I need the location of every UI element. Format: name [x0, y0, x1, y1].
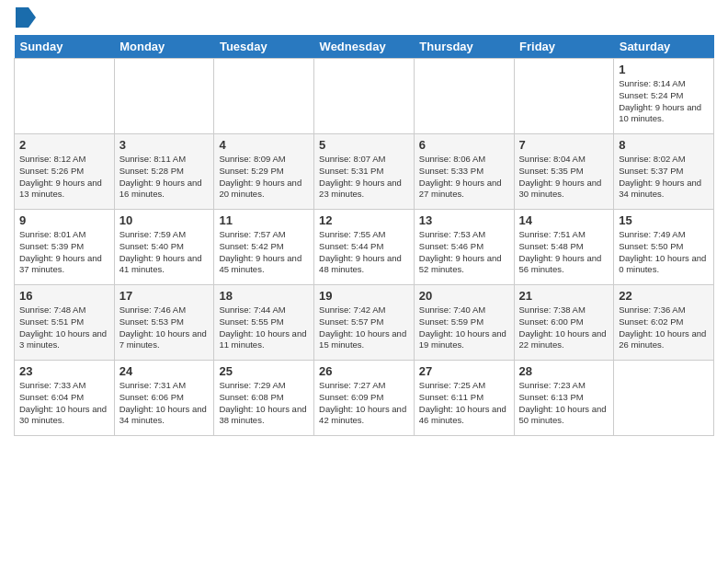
- day-info: Sunrise: 7:46 AM Sunset: 5:53 PM Dayligh…: [119, 304, 210, 351]
- week-row-3: 16Sunrise: 7:48 AM Sunset: 5:51 PM Dayli…: [15, 285, 714, 361]
- day-number: 12: [319, 213, 409, 227]
- day-cell: 3Sunrise: 8:11 AM Sunset: 5:28 PM Daylig…: [114, 134, 214, 210]
- day-info: Sunrise: 7:23 AM Sunset: 6:13 PM Dayligh…: [519, 380, 609, 427]
- calendar-header-row: SundayMondayTuesdayWednesdayThursdayFrid…: [15, 35, 714, 59]
- day-cell: 1Sunrise: 8:14 AM Sunset: 5:24 PM Daylig…: [614, 59, 714, 134]
- day-header-saturday: Saturday: [614, 35, 714, 59]
- day-cell: 13Sunrise: 7:53 AM Sunset: 5:46 PM Dayli…: [414, 210, 514, 285]
- day-number: 17: [119, 289, 210, 303]
- day-cell: 9Sunrise: 8:01 AM Sunset: 5:39 PM Daylig…: [15, 210, 115, 285]
- day-number: 1: [619, 63, 709, 76]
- day-info: Sunrise: 8:02 AM Sunset: 5:37 PM Dayligh…: [619, 154, 709, 201]
- svg-marker-0: [16, 7, 36, 28]
- day-number: 18: [219, 289, 309, 303]
- day-number: 15: [619, 213, 709, 227]
- day-info: Sunrise: 8:11 AM Sunset: 5:28 PM Dayligh…: [119, 154, 210, 201]
- day-info: Sunrise: 7:48 AM Sunset: 5:51 PM Dayligh…: [19, 304, 109, 351]
- day-header-tuesday: Tuesday: [214, 35, 314, 59]
- day-info: Sunrise: 7:33 AM Sunset: 6:04 PM Dayligh…: [19, 380, 109, 427]
- logo-icon: [16, 7, 36, 28]
- calendar-table: SundayMondayTuesdayWednesdayThursdayFrid…: [14, 35, 714, 436]
- day-cell: 19Sunrise: 7:42 AM Sunset: 5:57 PM Dayli…: [314, 285, 415, 361]
- day-cell: [214, 59, 314, 134]
- week-row-1: 2Sunrise: 8:12 AM Sunset: 5:26 PM Daylig…: [15, 134, 714, 210]
- day-number: 25: [219, 364, 309, 378]
- day-info: Sunrise: 7:36 AM Sunset: 6:02 PM Dayligh…: [619, 304, 709, 351]
- day-cell: 26Sunrise: 7:27 AM Sunset: 6:09 PM Dayli…: [314, 361, 415, 436]
- day-info: Sunrise: 7:57 AM Sunset: 5:42 PM Dayligh…: [219, 229, 309, 276]
- week-row-4: 23Sunrise: 7:33 AM Sunset: 6:04 PM Dayli…: [15, 361, 714, 436]
- day-info: Sunrise: 8:14 AM Sunset: 5:24 PM Dayligh…: [619, 78, 709, 125]
- day-info: Sunrise: 7:49 AM Sunset: 5:50 PM Dayligh…: [619, 229, 709, 276]
- day-info: Sunrise: 7:29 AM Sunset: 6:08 PM Dayligh…: [219, 380, 309, 427]
- day-number: 16: [19, 289, 109, 303]
- day-number: 27: [419, 364, 509, 378]
- day-cell: 12Sunrise: 7:55 AM Sunset: 5:44 PM Dayli…: [314, 210, 415, 285]
- day-cell: 7Sunrise: 8:04 AM Sunset: 5:35 PM Daylig…: [514, 134, 614, 210]
- day-info: Sunrise: 8:04 AM Sunset: 5:35 PM Dayligh…: [519, 154, 609, 201]
- day-info: Sunrise: 7:40 AM Sunset: 5:59 PM Dayligh…: [419, 304, 509, 351]
- day-cell: 23Sunrise: 7:33 AM Sunset: 6:04 PM Dayli…: [15, 361, 115, 436]
- day-info: Sunrise: 7:53 AM Sunset: 5:46 PM Dayligh…: [419, 229, 509, 276]
- day-cell: [614, 361, 714, 436]
- day-info: Sunrise: 7:38 AM Sunset: 6:00 PM Dayligh…: [519, 304, 609, 351]
- day-info: Sunrise: 7:25 AM Sunset: 6:11 PM Dayligh…: [419, 380, 509, 427]
- header: [14, 9, 714, 28]
- day-cell: [414, 59, 514, 134]
- day-cell: [314, 59, 415, 134]
- day-cell: [114, 59, 214, 134]
- logo: [14, 9, 36, 28]
- day-info: Sunrise: 7:44 AM Sunset: 5:55 PM Dayligh…: [219, 304, 309, 351]
- day-header-sunday: Sunday: [15, 35, 115, 59]
- day-number: 2: [19, 138, 109, 152]
- week-row-2: 9Sunrise: 8:01 AM Sunset: 5:39 PM Daylig…: [15, 210, 714, 285]
- day-cell: 8Sunrise: 8:02 AM Sunset: 5:37 PM Daylig…: [614, 134, 714, 210]
- day-header-monday: Monday: [114, 35, 214, 59]
- day-info: Sunrise: 7:55 AM Sunset: 5:44 PM Dayligh…: [319, 229, 409, 276]
- day-info: Sunrise: 7:42 AM Sunset: 5:57 PM Dayligh…: [319, 304, 409, 351]
- day-cell: 2Sunrise: 8:12 AM Sunset: 5:26 PM Daylig…: [15, 134, 115, 210]
- day-number: 8: [619, 138, 709, 152]
- day-cell: 28Sunrise: 7:23 AM Sunset: 6:13 PM Dayli…: [514, 361, 614, 436]
- day-info: Sunrise: 8:06 AM Sunset: 5:33 PM Dayligh…: [419, 154, 509, 201]
- day-number: 28: [519, 364, 609, 378]
- day-info: Sunrise: 7:27 AM Sunset: 6:09 PM Dayligh…: [319, 380, 409, 427]
- day-number: 26: [319, 364, 409, 378]
- day-info: Sunrise: 7:59 AM Sunset: 5:40 PM Dayligh…: [119, 229, 210, 276]
- day-cell: 24Sunrise: 7:31 AM Sunset: 6:06 PM Dayli…: [114, 361, 214, 436]
- day-cell: 17Sunrise: 7:46 AM Sunset: 5:53 PM Dayli…: [114, 285, 214, 361]
- day-cell: 5Sunrise: 8:07 AM Sunset: 5:31 PM Daylig…: [314, 134, 415, 210]
- day-info: Sunrise: 7:51 AM Sunset: 5:48 PM Dayligh…: [519, 229, 609, 276]
- day-number: 13: [419, 213, 509, 227]
- day-cell: 4Sunrise: 8:09 AM Sunset: 5:29 PM Daylig…: [214, 134, 314, 210]
- day-header-thursday: Thursday: [414, 35, 514, 59]
- day-info: Sunrise: 8:09 AM Sunset: 5:29 PM Dayligh…: [219, 154, 309, 201]
- week-row-0: 1Sunrise: 8:14 AM Sunset: 5:24 PM Daylig…: [15, 59, 714, 134]
- day-cell: 10Sunrise: 7:59 AM Sunset: 5:40 PM Dayli…: [114, 210, 214, 285]
- page-container: SundayMondayTuesdayWednesdayThursdayFrid…: [0, 0, 728, 441]
- day-cell: 25Sunrise: 7:29 AM Sunset: 6:08 PM Dayli…: [214, 361, 314, 436]
- day-number: 7: [519, 138, 609, 152]
- day-number: 24: [119, 364, 210, 378]
- day-number: 23: [19, 364, 109, 378]
- day-info: Sunrise: 8:07 AM Sunset: 5:31 PM Dayligh…: [319, 154, 409, 201]
- day-cell: 15Sunrise: 7:49 AM Sunset: 5:50 PM Dayli…: [614, 210, 714, 285]
- day-info: Sunrise: 8:12 AM Sunset: 5:26 PM Dayligh…: [19, 154, 109, 201]
- day-cell: 14Sunrise: 7:51 AM Sunset: 5:48 PM Dayli…: [514, 210, 614, 285]
- day-number: 22: [619, 289, 709, 303]
- day-number: 20: [419, 289, 509, 303]
- day-info: Sunrise: 7:31 AM Sunset: 6:06 PM Dayligh…: [119, 380, 210, 427]
- day-cell: 18Sunrise: 7:44 AM Sunset: 5:55 PM Dayli…: [214, 285, 314, 361]
- day-number: 21: [519, 289, 609, 303]
- day-number: 5: [319, 138, 409, 152]
- day-number: 11: [219, 213, 309, 227]
- day-number: 9: [19, 213, 109, 227]
- day-info: Sunrise: 8:01 AM Sunset: 5:39 PM Dayligh…: [19, 229, 109, 276]
- day-cell: 27Sunrise: 7:25 AM Sunset: 6:11 PM Dayli…: [414, 361, 514, 436]
- day-header-wednesday: Wednesday: [314, 35, 415, 59]
- day-cell: 6Sunrise: 8:06 AM Sunset: 5:33 PM Daylig…: [414, 134, 514, 210]
- day-number: 4: [219, 138, 309, 152]
- day-cell: 21Sunrise: 7:38 AM Sunset: 6:00 PM Dayli…: [514, 285, 614, 361]
- day-cell: [15, 59, 115, 134]
- day-cell: [514, 59, 614, 134]
